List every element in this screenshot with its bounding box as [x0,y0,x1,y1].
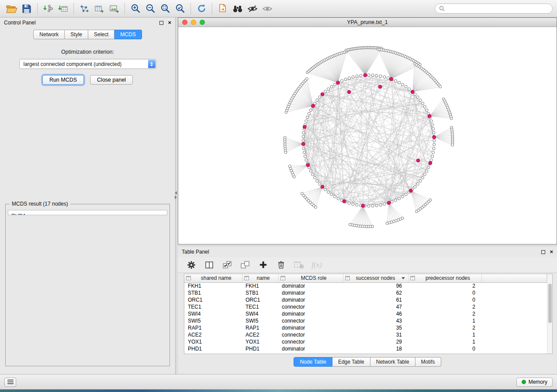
export-table-icon [94,4,104,13]
network-canvas[interactable] [178,27,557,244]
table-panel: Table Panel × [178,247,557,374]
import-network-button[interactable] [41,2,55,16]
delete-column-button[interactable] [275,259,287,271]
save-session-button[interactable] [19,2,34,16]
table-row[interactable]: STB1STB1dominator620 [184,289,547,296]
add-column-button[interactable] [257,259,269,271]
gear-icon [187,261,196,269]
run-mcds-button[interactable]: Run MCDS [42,75,84,85]
table-row[interactable]: RAP1RAP1dominator352 [184,324,547,331]
network-window-titlebar: YPA_prune.txt_1 [178,18,557,27]
toolbar-separator [190,3,191,14]
column-header-mcds-role[interactable]: MCDS role [278,274,343,282]
mcds-node-item[interactable]: PHD1 [11,213,164,215]
main-toolbar [0,0,557,17]
table-row[interactable]: SWI5SWI5connector431 [184,317,547,324]
memory-button[interactable]: Memory [516,378,553,387]
tab-style[interactable]: Style [65,30,88,39]
table-panel-title: Table Panel [182,249,541,255]
memory-status-icon [522,380,526,384]
vertical-splitter[interactable] [176,17,178,374]
zoom-in-button[interactable] [128,2,143,16]
toolbar-separator [37,3,38,14]
column-sort-icon [244,276,249,280]
search-binoculars-button[interactable] [230,2,245,16]
tab-network[interactable]: Network [33,30,65,39]
optimization-criterion-label: Optimization criterion: [4,49,171,55]
table-row[interactable]: ORC1ORC1dominator610 [184,296,547,303]
show-columns-button[interactable] [204,259,215,271]
zoom-selected-icon [175,3,185,14]
zoom-selected-button[interactable] [173,2,187,16]
zoom-fit-button[interactable] [158,2,173,16]
table-row[interactable]: SWI4SWI4dominator462 [184,310,547,317]
column-header-successor-nodes[interactable]: successor nodes [343,274,408,282]
select-all-icon [223,261,232,269]
status-bar: Memory [0,374,557,389]
toggle-panels-button[interactable] [4,378,16,387]
table-row[interactable]: ACE2ACE2connector311 [184,331,547,338]
table-toolbar: f(x) [178,257,557,273]
optimization-criterion-select[interactable]: largest connected component (undirected) [19,59,156,69]
export-image-button[interactable] [107,2,121,16]
table-row[interactable]: TEC1TEC1connector472 [184,303,547,310]
table-settings-button[interactable] [186,259,197,271]
table-row[interactable]: YOX1YOX1connector291 [184,338,547,345]
memory-label: Memory [529,379,547,385]
mcds-result-list[interactable]: PHD1CAR1STP4TID3YOX1SWI4SRD1PMA2FKH1ACE2… [8,210,167,215]
hide-details-button[interactable] [245,2,260,16]
show-details-button[interactable] [260,2,275,16]
tab-network-table[interactable]: Network Table [370,357,415,367]
tab-motifs[interactable]: Motifs [415,357,441,367]
eye-icon [262,5,273,13]
fx-icon: f(x) [311,261,322,269]
column-header-name[interactable]: name [242,274,278,282]
share-document-button[interactable] [215,2,230,16]
mcds-result-title: MCDS result (17 nodes) [10,201,70,207]
select-all-button[interactable] [221,259,233,271]
close-table-panel-icon[interactable]: × [550,249,553,254]
column-sort-icon [410,276,415,280]
zoom-out-button[interactable] [143,2,158,16]
close-panel-icon[interactable]: × [168,20,171,25]
column-header-predecessor-nodes[interactable]: predecessor nodes [408,274,481,282]
table-row[interactable]: FKH1FKH1dominator962 [184,282,547,289]
import-table-button[interactable] [55,2,70,16]
refresh-view-button[interactable] [194,2,209,16]
close-panel-button[interactable]: Close panel [90,75,133,85]
export-network-button[interactable] [77,2,92,16]
float-panel-icon[interactable] [159,21,163,25]
scrollbar-thumb[interactable] [548,284,552,323]
sort-caret-icon [401,277,405,279]
deselect-all-button[interactable] [239,259,251,271]
close-window-icon[interactable] [182,20,187,25]
table-panel-tabs: Node Table Edge Table Network Table Moti… [178,357,557,367]
minimize-window-icon[interactable] [191,20,196,25]
share-document-icon [218,4,227,14]
export-table-button[interactable] [92,2,107,16]
maximize-window-icon[interactable] [200,20,205,25]
export-network-icon [80,4,89,13]
search-area [435,3,553,14]
float-table-panel-icon[interactable] [541,250,545,254]
open-folder-button[interactable] [4,2,19,16]
table-scrollbar[interactable] [547,274,552,354]
delete-table-button-disabled [293,259,304,271]
import-table-icon [58,4,68,13]
zoom-in-icon [131,3,141,14]
search-input[interactable] [447,6,548,12]
table-row[interactable]: PHD1PHD1dominator180 [184,345,547,352]
tab-mcds[interactable]: MCDS [114,30,142,39]
delete-table-icon [294,261,304,269]
tab-select[interactable]: Select [88,30,114,39]
columns-icon [205,261,214,269]
tab-edge-table[interactable]: Edge Table [332,357,370,367]
tab-node-table[interactable]: Node Table [294,357,332,367]
save-icon [22,4,31,13]
main-area: Control Panel × Network Style Select MCD… [0,17,557,374]
column-header-shared-name[interactable]: shared name [184,274,242,282]
search-icon [439,6,445,11]
control-panel-title: Control Panel [4,20,159,26]
search-field[interactable] [435,3,553,14]
mcds-panel-content: Optimization criterion: largest connecte… [0,39,175,374]
